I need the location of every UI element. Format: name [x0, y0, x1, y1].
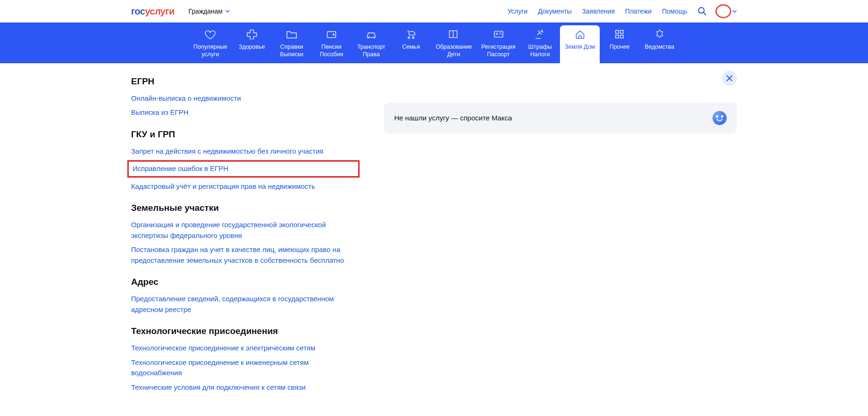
content-right: Не нашли услугу — спросите Макса	[384, 76, 737, 397]
category-label: Справки Выписки	[280, 43, 303, 59]
logo-part1: гос	[131, 6, 145, 16]
svg-point-3	[368, 37, 369, 37]
svg-rect-12	[620, 35, 623, 38]
search-button[interactable]	[698, 7, 707, 16]
category-label: Здоровье	[239, 43, 265, 51]
svg-point-6	[412, 37, 414, 39]
book-icon	[448, 29, 460, 39]
category-stroller[interactable]: Семья	[391, 29, 431, 59]
search-icon	[698, 7, 707, 16]
category-label: Образование Дети	[435, 43, 471, 59]
category-car[interactable]: Транспорт Права	[351, 29, 391, 59]
heart-icon	[204, 29, 216, 39]
nav-help[interactable]: Помощь	[662, 7, 687, 15]
svg-point-2	[333, 34, 335, 36]
category-book[interactable]: Образование Дети	[431, 29, 476, 59]
service-link[interactable]: Технологическое присоединение к электрич…	[131, 343, 356, 354]
content-left: ЕГРНОнлайн-выписка о недвижимостиВыписка…	[131, 76, 356, 397]
service-link[interactable]: Предоставление сведений, содержащихся в …	[131, 294, 356, 315]
nav-services[interactable]: Услуги	[508, 7, 528, 15]
medical-icon	[246, 29, 258, 39]
category-grid[interactable]: Прочее	[600, 29, 640, 59]
category-label: Штрафы Налоги	[528, 43, 552, 59]
header: госуслуги Гражданам Услуги Документы Зая…	[0, 0, 868, 22]
service-link[interactable]: Онлайн-выписка о недвижимости	[131, 93, 356, 104]
section-heading: Земельные участки	[131, 203, 356, 213]
grid-icon	[614, 29, 626, 39]
svg-point-8	[496, 33, 498, 35]
car-icon	[365, 29, 377, 39]
svg-point-0	[699, 7, 704, 13]
emblem-icon	[654, 29, 666, 39]
category-label: Транспорт Права	[357, 43, 385, 59]
category-label: Прочее	[610, 43, 630, 51]
category-label: Земля Дом	[565, 43, 595, 51]
service-link[interactable]: Исправление ошибок в ЕГРН	[127, 160, 360, 178]
header-right: Услуги Документы Заявления Платежи Помощ…	[508, 5, 737, 17]
svg-rect-9	[615, 30, 618, 33]
audience-selector[interactable]: Гражданам	[189, 7, 230, 15]
assistant-avatar-icon	[713, 111, 727, 125]
svg-point-4	[373, 37, 374, 37]
category-emblem[interactable]: Ведомства	[640, 29, 679, 59]
service-link[interactable]: Технологическое присоединение к инженерн…	[131, 357, 356, 379]
category-gavel[interactable]: Штрафы Налоги	[520, 29, 560, 59]
category-label: Популярные услуги	[193, 43, 228, 59]
wallet-icon	[325, 29, 338, 39]
chevron-down-icon	[225, 10, 230, 13]
category-label: Регистрация Паспорт	[481, 43, 515, 59]
user-menu[interactable]	[717, 5, 737, 17]
section-heading: ЕГРН	[131, 76, 356, 87]
content-area: ЕГРНОнлайн-выписка о недвижимостиВыписка…	[0, 63, 868, 416]
gavel-icon	[534, 29, 546, 39]
audience-label: Гражданам	[189, 7, 223, 15]
section-heading: Адрес	[131, 277, 356, 287]
category-bar: Популярные услугиЗдоровьеСправки Выписки…	[0, 22, 868, 63]
close-icon	[726, 75, 733, 82]
category-label: Семья	[402, 43, 420, 51]
chevron-down-icon	[732, 10, 737, 13]
category-heart[interactable]: Популярные услуги	[189, 29, 232, 59]
svg-rect-10	[620, 30, 623, 33]
service-link[interactable]: Организация и проведение государственной…	[131, 220, 356, 241]
header-left: госуслуги Гражданам	[131, 6, 230, 17]
avatar	[717, 5, 729, 17]
category-medical[interactable]: Здоровье	[232, 29, 272, 59]
folder-icon	[286, 29, 298, 39]
home-icon	[574, 29, 586, 39]
category-wallet[interactable]: Пенсии Пособия	[311, 29, 351, 59]
nav-applications[interactable]: Заявления	[582, 7, 615, 15]
category-card[interactable]: Регистрация Паспорт	[477, 29, 520, 59]
stroller-icon	[405, 29, 417, 39]
logo-part2: услуги	[145, 6, 175, 16]
close-button[interactable]	[722, 71, 737, 86]
service-link[interactable]: Кадастровый учёт и регистрация прав на н…	[131, 181, 356, 192]
svg-point-5	[408, 37, 410, 39]
svg-rect-11	[615, 35, 618, 38]
service-link[interactable]: Постановка граждан на учет в качестве ли…	[131, 245, 356, 266]
service-link[interactable]: Выписка из ЕГРН	[131, 107, 356, 118]
category-label: Ведомства	[645, 43, 674, 51]
card-icon	[493, 29, 505, 39]
svg-rect-1	[327, 32, 336, 38]
assistant-text: Не нашли услугу — спросите Макса	[394, 114, 512, 122]
assistant-box[interactable]: Не нашли услугу — спросите Макса	[384, 103, 737, 134]
nav-documents[interactable]: Документы	[538, 7, 572, 15]
section-heading: ГКУ и ГРП	[131, 129, 356, 140]
nav-payments[interactable]: Платежи	[625, 7, 652, 15]
category-folder[interactable]: Справки Выписки	[272, 29, 311, 59]
service-link[interactable]: Технические условия для подключения к се…	[131, 382, 356, 393]
category-home[interactable]: Земля Дом	[560, 25, 600, 63]
category-label: Пенсии Пособия	[320, 43, 343, 59]
service-link[interactable]: Запрет на действия с недвижимостью без л…	[131, 146, 356, 157]
logo[interactable]: госуслуги	[131, 6, 175, 17]
section-heading: Технологические присоединения	[131, 326, 356, 336]
